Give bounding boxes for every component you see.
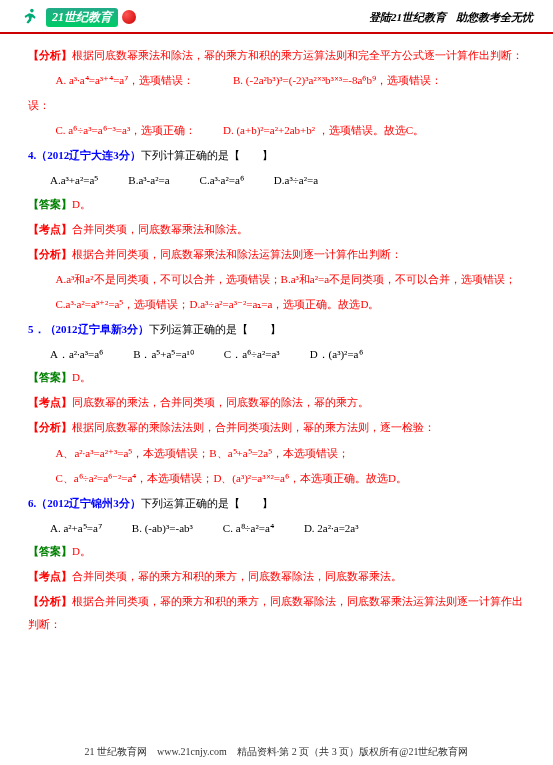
fx-label: 【分析】: [28, 595, 72, 607]
apple-icon: [122, 10, 136, 24]
page-header: 21世纪教育 登陆21世纪教育 助您教考全无忧: [0, 0, 553, 34]
slogan-2: 助您教考全无忧: [456, 10, 533, 25]
q5-c: C．a⁶÷a²=a³: [224, 343, 280, 366]
q4-num: 4.（2012辽宁大连3分）: [28, 149, 141, 161]
kd-label: 【考点】: [28, 223, 72, 235]
q5-a: A．a²·a³=a⁶: [50, 343, 103, 366]
kd-label: 【考点】: [28, 396, 72, 408]
q5-num: 5．（2012辽宁阜新3分）: [28, 323, 149, 335]
fx-text: 根据同底数幂的乘除法法则，合并同类项法则，幂的乘方法则，逐一检验：: [72, 421, 435, 433]
q5-stem: 5．（2012辽宁阜新3分）下列运算正确的是【 】: [28, 318, 525, 341]
page-footer: 21 世纪教育网 www.21cnjy.com 精品资料·第 2 页（共 3 页…: [0, 745, 553, 759]
kd-text: 合并同类项，同底数幂乘法和除法。: [72, 223, 248, 235]
ans-label: 【答案】: [28, 371, 72, 383]
document-body: 【分析】根据同底数幂乘法和除法，幂的乘方和积的乘方运算法则和完全平方公式逐一计算…: [0, 34, 553, 642]
q6-num: 6.（2012辽宁锦州3分）: [28, 497, 141, 509]
runner-icon: [20, 6, 42, 28]
q4-options: A.a³+a²=a⁵ B.a³-a²=a C.a³·a²=a⁶ D.a³÷a²=…: [28, 169, 525, 192]
kd-label: 【考点】: [28, 570, 72, 582]
kd-text: 同底数幂的乘法，合并同类项，同底数幂的除法，幂的乘方。: [72, 396, 369, 408]
q5-text: 下列运算正确的是【 】: [149, 323, 281, 335]
q6-fenxi: 【分析】根据合并同类项，幂的乘方和积的乘方，同底数幂除法，同底数幂乘法运算法则逐…: [28, 590, 525, 636]
q5-d: D．(a³)²=a⁶: [310, 343, 363, 366]
fx-label: 【分析】: [28, 248, 72, 260]
q6-text: 下列运算正确的是【 】: [141, 497, 273, 509]
q4-c: C.a³·a²=a⁶: [200, 169, 244, 192]
q4-answer: 【答案】D。: [28, 193, 525, 216]
err-suffix: 误：: [28, 94, 525, 117]
fx-text: 根据合并同类项，幂的乘方和积的乘方，同底数幂除法，同底数幂乘法运算法则逐一计算作…: [28, 595, 523, 630]
logo-badge: 21世纪教育: [46, 8, 118, 27]
q4-b: B.a³-a²=a: [128, 169, 169, 192]
analysis-text: 根据同底数幂乘法和除法，幂的乘方和积的乘方运算法则和完全平方公式逐一计算作出判断…: [72, 49, 523, 61]
q6-options: A. a²+a⁵=a⁷ B. (-ab)³=-ab³ C. a⁸÷a²=a⁴ D…: [28, 517, 525, 540]
q4-line1: A.a³和a²不是同类项，不可以合并，选项错误；B.a³和a²=a不是同类项，不…: [28, 268, 525, 291]
q6-c: C. a⁸÷a²=a⁴: [223, 517, 274, 540]
ans-label: 【答案】: [28, 198, 72, 210]
q4-fenxi: 【分析】根据合并同类项，同底数幂乘法和除法运算法则逐一计算作出判断：: [28, 243, 525, 266]
q6-answer: 【答案】D。: [28, 540, 525, 563]
ans-val: D。: [72, 198, 91, 210]
slogan-1: 登陆21世纪教育: [369, 10, 446, 25]
fx-label: 【分析】: [28, 421, 72, 433]
q5-fenxi: 【分析】根据同底数幂的乘除法法则，合并同类项法则，幂的乘方法则，逐一检验：: [28, 416, 525, 439]
kd-text: 合并同类项，幂的乘方和积的乘方，同底数幂除法，同底数幂乘法。: [72, 570, 402, 582]
analysis-label: 【分析】: [28, 49, 72, 61]
opt-d: D. (a+b)²=a²+2ab+b² ，选项错误。故选C。: [223, 124, 424, 136]
logo: 21世纪教育: [20, 6, 136, 28]
analysis-block: 【分析】根据同底数幂乘法和除法，幂的乘方和积的乘方运算法则和完全平方公式逐一计算…: [28, 44, 525, 67]
opt-row-cd: C. a⁶÷a³=a⁶⁻³=a³，选项正确： D. (a+b)²=a²+2ab+…: [28, 119, 525, 142]
fx-text: 根据合并同类项，同底数幂乘法和除法运算法则逐一计算作出判断：: [72, 248, 402, 260]
q4-stem: 4.（2012辽宁大连3分）下列计算正确的是【 】: [28, 144, 525, 167]
q5-options: A．a²·a³=a⁶ B．a⁵+a⁵=a¹⁰ C．a⁶÷a²=a³ D．(a³)…: [28, 343, 525, 366]
ans-label: 【答案】: [28, 545, 72, 557]
ans-val: D。: [72, 545, 91, 557]
q6-d: D. 2a²·a=2a³: [304, 517, 359, 540]
opt-b: B. (-2a²b³)³=(-2)³a²ˣ³b³ˣ³=-8a⁶b⁹，选项错误：: [233, 74, 442, 86]
q5-line1: A、a²·a³=a²⁺³=a⁵，本选项错误；B、a⁵+a⁵=2a⁵，本选项错误；: [28, 442, 525, 465]
ans-val: D。: [72, 371, 91, 383]
q6-a: A. a²+a⁵=a⁷: [50, 517, 102, 540]
q4-kaodian: 【考点】合并同类项，同底数幂乘法和除法。: [28, 218, 525, 241]
opt-a: A. a³·a⁴=a³⁺⁴=a⁷，选项错误：: [56, 74, 195, 86]
q5-kaodian: 【考点】同底数幂的乘法，合并同类项，同底数幂的除法，幂的乘方。: [28, 391, 525, 414]
q4-text: 下列计算正确的是【 】: [141, 149, 273, 161]
q4-a: A.a³+a²=a⁵: [50, 169, 98, 192]
header-slogan: 登陆21世纪教育 助您教考全无忧: [369, 10, 533, 25]
q4-d: D.a³÷a²=a: [274, 169, 318, 192]
q4-line2: C.a³·a²=a³⁺²=a⁵，选项错误；D.a³÷a²=a³⁻²=a₁=a，选…: [28, 293, 525, 316]
q6-stem: 6.（2012辽宁锦州3分）下列运算正确的是【 】: [28, 492, 525, 515]
q5-line2: C、a⁶÷a²=a⁶⁻²=a⁴，本选项错误；D、(a³)²=a³ˣ²=a⁶，本选…: [28, 467, 525, 490]
q6-b: B. (-ab)³=-ab³: [132, 517, 193, 540]
q5-answer: 【答案】D。: [28, 366, 525, 389]
q6-kaodian: 【考点】合并同类项，幂的乘方和积的乘方，同底数幂除法，同底数幂乘法。: [28, 565, 525, 588]
opt-row-ab: A. a³·a⁴=a³⁺⁴=a⁷，选项错误： B. (-2a²b³)³=(-2)…: [28, 69, 525, 92]
opt-c: C. a⁶÷a³=a⁶⁻³=a³，选项正确：: [56, 124, 197, 136]
q5-b: B．a⁵+a⁵=a¹⁰: [133, 343, 194, 366]
